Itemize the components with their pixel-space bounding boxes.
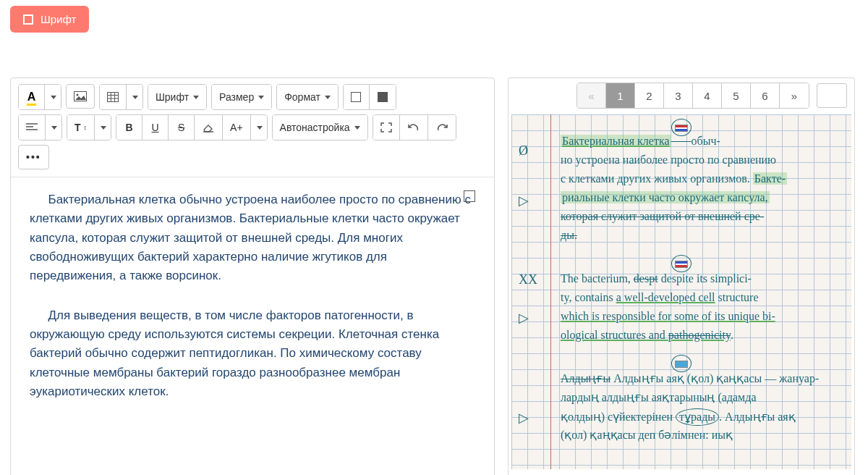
preview-panel: « 1 2 3 4 5 6 » Бактериальная клетка обы…: [508, 77, 855, 475]
page-prev[interactable]: «: [577, 83, 606, 108]
pager: « 1 2 3 4 5 6 »: [509, 78, 854, 114]
page-4[interactable]: 4: [693, 83, 722, 108]
textsize-dropdown[interactable]: [95, 115, 111, 140]
pagination: « 1 2 3 4 5 6 »: [576, 83, 809, 109]
image-icon: [74, 91, 87, 101]
square-outline-icon: [351, 92, 361, 102]
case-dropdown[interactable]: [251, 115, 267, 140]
caret-icon: [325, 96, 331, 99]
font-button[interactable]: Шрифт: [10, 6, 89, 33]
editor-panel: A Шрифт Размер: [10, 77, 495, 475]
case-button[interactable]: A+: [223, 115, 251, 140]
redo-icon: [435, 123, 448, 132]
font-button-label: Шрифт: [41, 13, 76, 25]
square-icon: [23, 14, 33, 25]
caret-icon: [193, 96, 199, 99]
table-button[interactable]: [100, 85, 127, 109]
editor-content[interactable]: Бактериальная клетка обычно устроена наи…: [11, 177, 494, 475]
svg-point-1: [77, 94, 79, 96]
strike-button[interactable]: S: [169, 115, 195, 140]
svg-rect-2: [108, 93, 119, 102]
margin-mark-1: Ø: [519, 143, 528, 159]
hw-ru-6: ды.: [561, 227, 841, 243]
format-label: Формат: [284, 91, 320, 103]
margin-mark-5: ▷: [519, 410, 529, 426]
caret-icon: [51, 96, 56, 99]
eraser-icon: [202, 122, 215, 133]
toolbar: A Шрифт Размер: [11, 78, 494, 177]
hw-en-1: The bacterium, despt despite its simplic…: [561, 271, 841, 287]
caret-icon: [354, 126, 360, 130]
box-filled-button[interactable]: [370, 85, 396, 109]
page-6[interactable]: 6: [751, 83, 780, 108]
hw-kz-1: Алдыңғы Алдыңғы аяқ (қол) қаңқасы — жану…: [561, 371, 841, 387]
align-icon: [26, 123, 38, 132]
hw-kz-2: лардың алдыңғы аяқтарының (адамда: [561, 390, 841, 405]
text-color-icon: A: [27, 91, 36, 104]
box-outline-button[interactable]: [344, 85, 370, 109]
hw-ru-3: с клетками других живых организмов. Бакт…: [561, 171, 841, 187]
caret-icon: [258, 96, 264, 99]
hw-ru-5: которая служит защитой от внешней сре-: [561, 209, 841, 224]
caret-icon: [101, 126, 106, 130]
hw-en-3: which is responsible for some of its uni…: [561, 308, 841, 324]
paragraph-1: Бактериальная клетка обычно устроена наи…: [30, 190, 475, 286]
page-next[interactable]: »: [780, 83, 809, 108]
table-dropdown[interactable]: [127, 85, 142, 109]
notebook-preview: Бактериальная клетка обыч- но устроена н…: [511, 114, 851, 469]
font-dropdown[interactable]: Шрифт: [148, 85, 206, 109]
hw-kz-3: қолдың) сүйектерінен тұрады. Алдыңғы аяқ: [561, 408, 841, 426]
redo-button[interactable]: [428, 115, 456, 140]
autotune-label: Автонастройка: [280, 122, 350, 133]
page-3[interactable]: 3: [664, 83, 693, 108]
textsize-label: T: [75, 122, 81, 133]
image-button[interactable]: [66, 84, 95, 109]
caret-icon: [51, 126, 57, 130]
fullscreen-button[interactable]: [373, 115, 400, 140]
caret-icon: [132, 96, 138, 99]
autotune-dropdown[interactable]: Автонастройка: [273, 115, 367, 140]
hw-kz-4: (қол) қаңқасы деп бәлімнен: иық: [561, 427, 841, 443]
content-marker-icon: [464, 190, 475, 202]
undo-button[interactable]: [400, 115, 428, 140]
margin-mark-4: ▷: [519, 310, 529, 326]
format-dropdown[interactable]: Формат: [277, 85, 338, 109]
page-input[interactable]: [817, 83, 847, 108]
flag-kz: [511, 355, 851, 372]
eraser-button[interactable]: [195, 115, 223, 140]
page-1[interactable]: 1: [606, 83, 635, 108]
hw-ru-4: риальные клетки часто окружает капсула,: [561, 190, 841, 206]
undo-icon: [407, 123, 420, 132]
bold-button[interactable]: B: [116, 115, 142, 140]
hw-en-2: ty, contains a well-developed cell struc…: [561, 290, 841, 306]
hw-ru-1: Бактериальная клетка обыч-: [561, 133, 841, 149]
more-button[interactable]: •••: [18, 145, 49, 169]
square-filled-icon: [378, 92, 388, 102]
caret-icon: [257, 126, 263, 130]
text-color-button[interactable]: A: [19, 85, 45, 109]
flag-en: [511, 255, 851, 272]
margin-mark-2: ▷: [519, 193, 529, 209]
hw-en-4: ological structures and pathogenicity.: [561, 327, 841, 343]
paragraph-2: Для выведения веществ, в том числе факто…: [30, 306, 475, 402]
hw-ru-2: но устроена наиболее просто по сравнению: [561, 152, 841, 168]
margin-mark-3: XX: [519, 272, 537, 287]
underline-button[interactable]: U: [142, 115, 169, 140]
margin-line: [550, 114, 551, 469]
size-label: Размер: [219, 91, 254, 103]
align-button[interactable]: [19, 115, 46, 140]
align-dropdown[interactable]: [46, 115, 61, 140]
textsize-button[interactable]: T↕: [67, 115, 95, 140]
arrow-icon: ↕: [84, 124, 88, 131]
page-2[interactable]: 2: [635, 83, 664, 108]
size-dropdown[interactable]: Размер: [212, 85, 271, 109]
table-icon: [107, 92, 119, 102]
font-label: Шрифт: [156, 91, 189, 103]
text-color-dropdown[interactable]: [45, 85, 61, 109]
fullscreen-icon: [380, 122, 392, 133]
page-5[interactable]: 5: [722, 83, 751, 108]
